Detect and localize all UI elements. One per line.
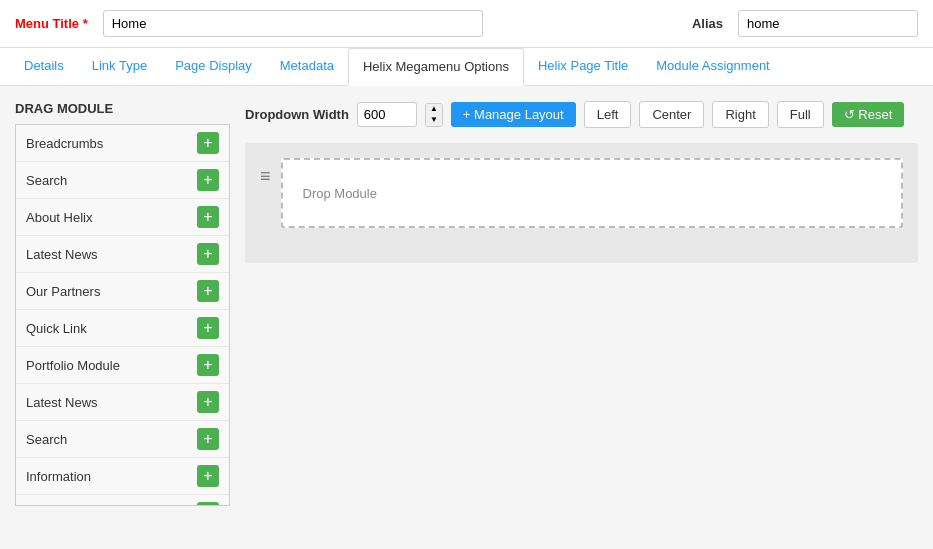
dropdown-width-input[interactable] — [357, 102, 417, 127]
spinner-wrapper: ▲ ▼ — [425, 103, 443, 127]
tab-details[interactable]: Details — [10, 48, 78, 85]
module-list[interactable]: Breadcrumbs + Search + About Helix + Lat… — [16, 125, 229, 505]
module-label: Latest News — [26, 395, 98, 410]
module-label: Breadcrumbs — [26, 136, 103, 151]
module-label: Information — [26, 469, 91, 484]
list-item[interactable]: Search + — [16, 421, 229, 458]
add-search-3-button[interactable]: + — [197, 502, 219, 505]
dropdown-width-label: Dropdown Width — [245, 107, 349, 122]
manage-layout-button[interactable]: + Manage Layout — [451, 102, 576, 127]
list-item[interactable]: Quick Link + — [16, 310, 229, 347]
menu-title-label: Menu Title * — [15, 16, 88, 31]
module-label: Search — [26, 173, 67, 188]
add-quick-link-button[interactable]: + — [197, 317, 219, 339]
full-button[interactable]: Full — [777, 101, 824, 128]
module-label: Our Partners — [26, 284, 100, 299]
add-breadcrumbs-button[interactable]: + — [197, 132, 219, 154]
list-item[interactable]: Search + — [16, 162, 229, 199]
drop-zone-text: Drop Module — [303, 186, 377, 201]
module-label: About Helix — [26, 210, 92, 225]
layout-area: ≡ Drop Module — [245, 143, 918, 263]
top-bar: Menu Title * Alias — [0, 0, 933, 48]
tab-helix-page-title[interactable]: Helix Page Title — [524, 48, 642, 85]
spinner-up-button[interactable]: ▲ — [426, 104, 442, 115]
center-button[interactable]: Center — [639, 101, 704, 128]
tabs-bar: Details Link Type Page Display Metadata … — [0, 48, 933, 86]
module-list-wrapper: Breadcrumbs + Search + About Helix + Lat… — [15, 124, 230, 506]
reset-button[interactable]: ↺ Reset — [832, 102, 905, 127]
spinner-down-button[interactable]: ▼ — [426, 115, 442, 126]
tab-module-assignment[interactable]: Module Assignment — [642, 48, 783, 85]
alias-input[interactable] — [738, 10, 918, 37]
drag-module-title: DRAG MODULE — [15, 101, 230, 116]
module-label: Search — [26, 432, 67, 447]
add-about-helix-button[interactable]: + — [197, 206, 219, 228]
left-panel: DRAG MODULE Breadcrumbs + Search + About… — [15, 101, 230, 511]
list-item[interactable]: About Helix + — [16, 199, 229, 236]
add-portfolio-module-button[interactable]: + — [197, 354, 219, 376]
add-search-2-button[interactable]: + — [197, 428, 219, 450]
module-label: Latest News — [26, 247, 98, 262]
left-button[interactable]: Left — [584, 101, 632, 128]
right-button[interactable]: Right — [712, 101, 768, 128]
list-item[interactable]: Breadcrumbs + — [16, 125, 229, 162]
list-item[interactable]: Portfolio Module + — [16, 347, 229, 384]
list-item[interactable]: Our Partners + — [16, 273, 229, 310]
right-panel-controls: Dropdown Width ▲ ▼ + Manage Layout Left … — [245, 101, 918, 128]
drag-handle-icon: ≡ — [260, 166, 271, 187]
list-item[interactable]: Information + — [16, 458, 229, 495]
tab-metadata[interactable]: Metadata — [266, 48, 348, 85]
module-label: Quick Link — [26, 321, 87, 336]
add-search-button[interactable]: + — [197, 169, 219, 191]
tab-helix-megamenu[interactable]: Helix Megamenu Options — [348, 48, 524, 86]
tab-page-display[interactable]: Page Display — [161, 48, 266, 85]
drop-zone[interactable]: Drop Module — [281, 158, 903, 228]
module-label: Portfolio Module — [26, 358, 120, 373]
right-panel: Dropdown Width ▲ ▼ + Manage Layout Left … — [245, 101, 918, 511]
alias-label: Alias — [692, 16, 723, 31]
menu-title-input[interactable] — [103, 10, 483, 37]
add-our-partners-button[interactable]: + — [197, 280, 219, 302]
tab-link-type[interactable]: Link Type — [78, 48, 161, 85]
list-item[interactable]: Latest News + — [16, 384, 229, 421]
add-latest-news-2-button[interactable]: + — [197, 391, 219, 413]
list-item[interactable]: Latest News + — [16, 236, 229, 273]
add-information-button[interactable]: + — [197, 465, 219, 487]
required-star: * — [83, 16, 88, 31]
add-latest-news-button[interactable]: + — [197, 243, 219, 265]
content-area: DRAG MODULE Breadcrumbs + Search + About… — [0, 86, 933, 526]
list-item[interactable]: Search + — [16, 495, 229, 505]
